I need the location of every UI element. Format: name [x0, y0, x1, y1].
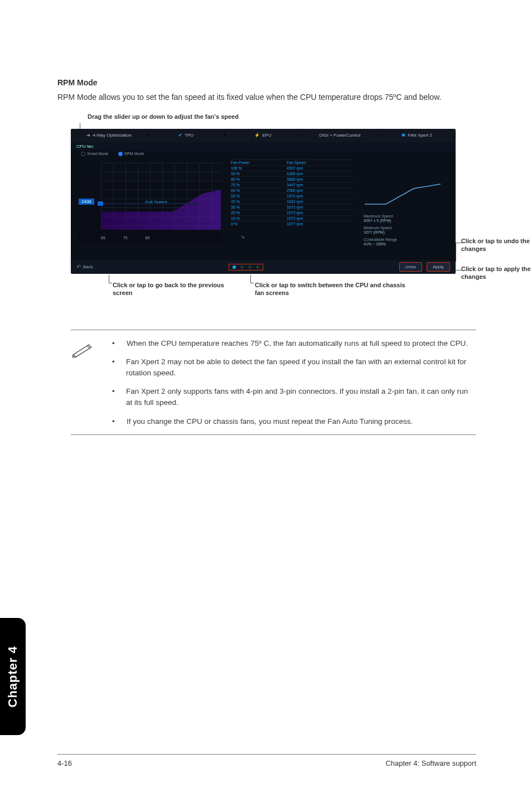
table-row: 0 %1077 rpm — [231, 221, 354, 226]
note-text: Fan Xpert 2 only supports fans with 4-pi… — [126, 386, 471, 408]
apply-button[interactable]: Apply — [427, 262, 450, 272]
col-header: Fan Power — [231, 161, 287, 165]
tab-tpu[interactable]: ✔TPU — [148, 133, 225, 138]
pencil-note-icon — [71, 338, 96, 427]
table-row: 90 %4200 rpm — [231, 171, 354, 176]
section-body: RPM Mode allows you to set the fan speed… — [57, 91, 476, 103]
table-row: 100 %4597 rpm — [231, 165, 354, 171]
page-footer: 4-16 Chapter 4: Software support — [57, 754, 476, 767]
rpm-slider[interactable]: 2408 — [79, 199, 94, 204]
info-label: Minimum Speed — [364, 226, 447, 230]
fan-table: Fan Power Fan Speed 100 %4597 rpm 90 %42… — [231, 160, 354, 249]
back-label: Back — [83, 264, 93, 269]
table-row: 20 %1573 rpm — [231, 210, 354, 215]
note-item: •If you change the CPU or chassis fans, … — [112, 416, 471, 427]
mode-row: Smart Mode RPM Mode — [71, 151, 456, 160]
annotation-switch: Click or tap to switch between the CPU a… — [255, 282, 411, 297]
radio-on-icon — [118, 152, 123, 156]
table-row: 55 %1973 rpm — [231, 193, 354, 199]
tab-fanxpert[interactable]: ✖FAN Xpert 2 — [379, 133, 456, 138]
mini-curve — [364, 182, 447, 210]
mode-label: RPM Mode — [124, 152, 144, 156]
bottom-bar: ↶ Back Undo Apply — [71, 260, 456, 274]
tab-label: DIGI + PowerControl — [319, 133, 360, 138]
annotation-back: Click or tap to go back to the previous … — [113, 282, 235, 297]
tab-4way[interactable]: ➔4-Way Optimization — [71, 133, 148, 138]
note-text: If you change the CPU or chassis fans, y… — [127, 416, 413, 427]
tab-bar: ➔4-Way Optimization ✔TPU ⚡EPU DIGI + Pow… — [71, 129, 456, 142]
tick: 75 — [123, 236, 128, 240]
screenshot-panel: ➔4-Way Optimization ✔TPU ⚡EPU DIGI + Pow… — [71, 129, 456, 274]
note-item: •When the CPU temperature reaches 75º C,… — [112, 338, 471, 349]
back-arrow-icon: ↶ — [76, 264, 81, 270]
note-text: When the CPU temperature reaches 75º C, … — [127, 338, 468, 349]
info-value: 41% ~ 100% — [364, 242, 447, 246]
page-number: 4-16 — [57, 759, 72, 767]
note-item: •Fan Xpert 2 may not be able to detect t… — [112, 356, 471, 378]
annotation-top: Drag the slider up or down to adjust the… — [88, 113, 476, 121]
tab-label: TPU — [185, 133, 194, 138]
section-title: RPM Mode — [57, 78, 476, 87]
annotation-undo: Click or tap to undo the changes — [461, 238, 532, 253]
note-block: •When the CPU temperature reaches 75º C,… — [71, 330, 476, 435]
x-axis: 65 75 85 °c — [101, 236, 149, 240]
undo-button[interactable]: Undo — [399, 262, 422, 272]
chapter-tab-label: Chapter 4 — [6, 646, 20, 707]
annotation-apply: Click or tap to apply the changes — [461, 265, 532, 281]
fan-graph[interactable]: Full Speed 2408 65 75 85 °c — [79, 160, 221, 243]
slider-value: 2408 — [79, 199, 94, 205]
table-row: 70 %3447 rpm — [231, 182, 354, 187]
dot-icon[interactable] — [256, 265, 259, 269]
tab-label: 4-Way Optimization — [93, 133, 132, 138]
table-row: 10 %1573 rpm — [231, 215, 354, 221]
slider-thumb-icon[interactable] — [98, 201, 103, 206]
tab-label: FAN Xpert 2 — [408, 133, 432, 138]
note-text: Fan Xpert 2 may not be able to detect th… — [126, 356, 471, 378]
info-value: 1077 (RPM) — [364, 230, 447, 234]
annotation-top-leader — [80, 123, 476, 129]
mode-rpm[interactable]: RPM Mode — [118, 152, 144, 156]
dot-icon[interactable] — [248, 265, 252, 269]
info-panel: Maximum Speed 4597 ± 5 (RPM) Minimum Spe… — [364, 160, 447, 249]
info-label: Controllable Range — [364, 238, 447, 241]
table-row: 80 %3800 rpm — [231, 176, 354, 182]
back-button[interactable]: ↶ Back — [76, 264, 93, 270]
note-item: •Fan Xpert 2 only supports fans with 4-p… — [112, 386, 471, 408]
col-header: Fan Speed — [287, 161, 331, 165]
dot-icon[interactable] — [233, 265, 236, 269]
sub-title: CPU fan — [71, 142, 456, 151]
info-value: 4597 ± 5 (RPM) — [364, 219, 447, 223]
screen-pager[interactable] — [229, 264, 263, 270]
mode-label: Smart Mode — [87, 152, 108, 156]
table-row: 45 %1832 rpm — [231, 199, 354, 204]
tab-epu[interactable]: ⚡EPU — [225, 133, 302, 138]
table-header: Fan Power Fan Speed — [231, 160, 354, 165]
tab-digi[interactable]: DIGI + PowerControl — [302, 133, 379, 138]
footer-title: Chapter 4: Software support — [385, 759, 476, 767]
tick: 85 — [146, 236, 150, 240]
chapter-tab: Chapter 4 — [0, 618, 26, 735]
info-label: Maximum Speed — [364, 214, 447, 218]
bolt-icon: ⚡ — [254, 133, 260, 138]
mode-smart[interactable]: Smart Mode — [81, 152, 108, 156]
arrow-icon: ➔ — [86, 133, 90, 138]
table-row: 30 %1673 rpm — [231, 204, 354, 210]
radio-off-icon — [81, 152, 85, 156]
tick: 65 — [101, 236, 105, 240]
x-icon: ✖ — [402, 133, 405, 138]
unit: °c — [241, 235, 244, 239]
check-icon: ✔ — [178, 133, 182, 138]
tab-label: EPU — [262, 133, 271, 138]
dot-icon[interactable] — [240, 265, 244, 269]
table-row: 60 %2500 rpm — [231, 187, 354, 193]
